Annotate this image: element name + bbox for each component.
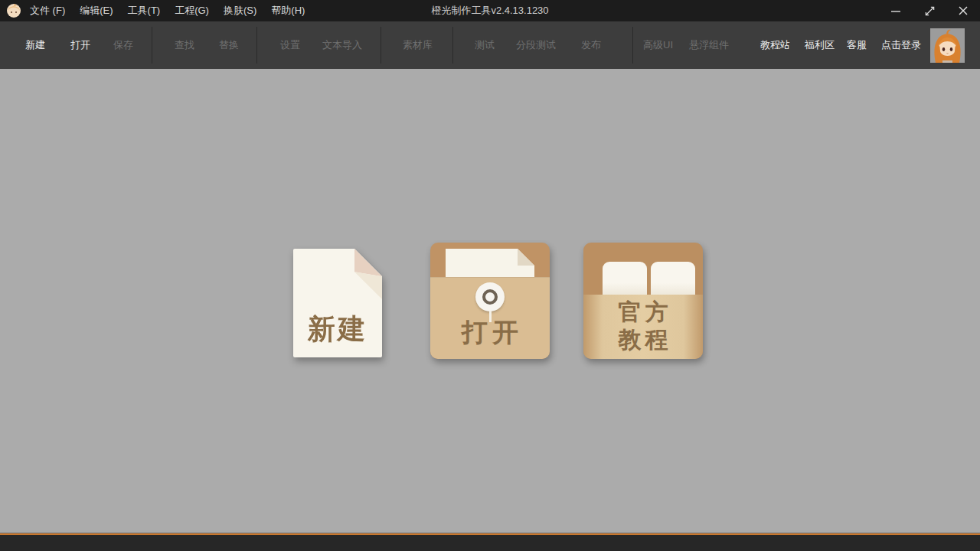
menu-project[interactable]: 工程(G)	[175, 4, 209, 18]
maximize-button[interactable]	[913, 0, 946, 21]
status-bar	[0, 533, 980, 551]
shortcut-label: 打开	[430, 315, 550, 350]
toolbar-separator	[152, 27, 152, 64]
toolbar-customer-service[interactable]: 客服	[847, 38, 867, 52]
shortcut-open-project[interactable]: 打开	[430, 243, 550, 359]
toolbar-segment-test: 分段测试	[516, 38, 556, 52]
maximize-icon	[924, 5, 936, 17]
menu-tools[interactable]: 工具(T)	[128, 4, 161, 18]
toolbar-save: 保存	[113, 38, 133, 52]
toolbar-separator	[632, 27, 633, 64]
menu-file[interactable]: 文件 (F)	[30, 4, 65, 18]
envelope-clasp-icon	[475, 282, 505, 311]
toolbar-settings: 设置	[280, 38, 300, 52]
toolbar-publish: 发布	[581, 38, 601, 52]
window-controls	[879, 0, 980, 21]
menu-edit[interactable]: 编辑(E)	[80, 4, 113, 18]
toolbar-advanced-ui: 高级UI	[643, 38, 673, 52]
close-button[interactable]	[946, 0, 980, 21]
toolbar-test: 测试	[475, 38, 495, 52]
shortcut-label: 新建	[293, 311, 382, 348]
toolbar: 新建 打开 保存 查找 替换 设置 文本导入 素材库 测试 分段测试 发布 高级…	[0, 21, 980, 69]
toolbar-open[interactable]: 打开	[70, 38, 90, 52]
toolbar-find: 查找	[175, 38, 194, 52]
shortcut-new-file[interactable]: 新建	[293, 249, 382, 357]
toolbar-new[interactable]: 新建	[25, 38, 45, 52]
toolbar-floating-widget: 悬浮组件	[689, 38, 729, 52]
minimize-button[interactable]	[879, 0, 913, 21]
toolbar-replace: 替换	[219, 38, 239, 52]
shortcut-official-tutorial[interactable]: 官方 教程	[583, 243, 703, 359]
main-canvas: 新建 打开 官方 教程	[0, 69, 980, 533]
menu-help[interactable]: 帮助(H)	[271, 4, 305, 18]
toolbar-welfare-zone[interactable]: 福利区	[805, 38, 835, 52]
menu-skin[interactable]: 换肤(S)	[224, 4, 256, 18]
app-logo-icon	[6, 3, 21, 18]
shortcut-label: 官方 教程	[583, 298, 703, 354]
toolbar-separator	[381, 27, 381, 64]
minimize-icon	[890, 5, 901, 16]
toolbar-asset-library: 素材库	[403, 38, 433, 52]
toolbar-login[interactable]: 点击登录	[881, 38, 921, 52]
user-avatar[interactable]	[930, 28, 965, 63]
toolbar-text-import: 文本导入	[322, 38, 362, 52]
toolbar-separator	[256, 27, 257, 64]
close-icon	[958, 5, 969, 16]
title-bar: 文件 (F) 编辑(E) 工具(T) 工程(G) 换肤(S) 帮助(H) 橙光制…	[0, 0, 980, 21]
toolbar-separator	[452, 27, 453, 64]
toolbar-tutorial-site[interactable]: 教程站	[760, 38, 790, 52]
paper-fold-corner	[354, 249, 382, 299]
